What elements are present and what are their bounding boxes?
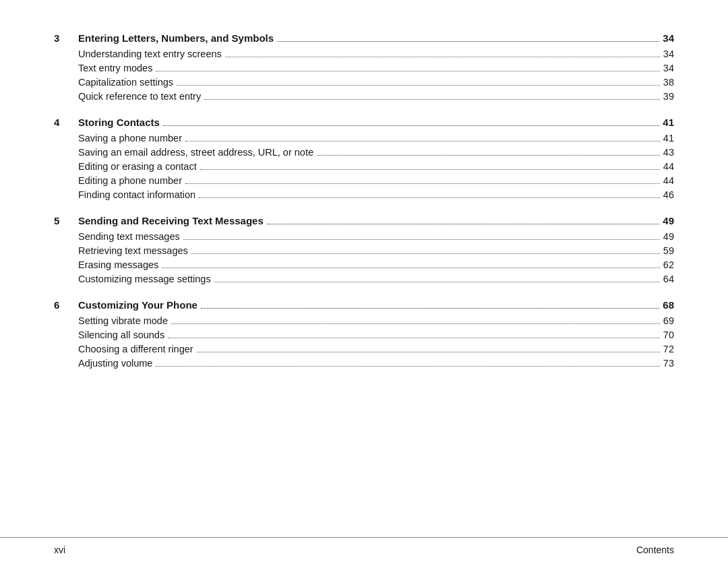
chapter-number: 5 (54, 215, 78, 226)
toc-sub-item: Erasing messages62 (78, 259, 674, 270)
sub-item-page: 34 (663, 49, 674, 59)
toc-chapter-row: 6Customizing Your Phone68 (54, 299, 674, 311)
sub-dots-leader (162, 268, 660, 268)
sub-item-page: 38 (663, 77, 674, 88)
chapter-number: 3 (54, 32, 78, 44)
sub-item-page: 41 (663, 133, 674, 144)
toc-chapter-row: 5Sending and Receiving Text Messages49 (54, 215, 674, 226)
sub-dots-leader (177, 85, 660, 86)
toc-sub-item: Saving an email address, street address,… (78, 147, 674, 158)
toc-sub-items: Saving a phone number41Saving an email a… (54, 133, 674, 200)
sub-item-title: Erasing messages (78, 259, 158, 270)
sub-item-page: 69 (663, 315, 674, 326)
sub-item-page: 70 (663, 330, 674, 340)
sub-item-page: 72 (663, 344, 674, 354)
footer-label: Contents (636, 544, 674, 555)
page-footer: xvi Contents (0, 537, 728, 562)
chapter-title-row: Storing Contacts41 (78, 117, 674, 128)
sub-item-title: Setting vibrate mode (78, 315, 168, 326)
sub-item-page: 62 (663, 259, 674, 270)
chapter-title: Storing Contacts (78, 117, 160, 128)
sub-dots-leader (156, 366, 659, 367)
page-content: 3Entering Letters, Numbers, and Symbols3… (0, 0, 728, 537)
toc-chapter-row: 4Storing Contacts41 (54, 117, 674, 128)
chapter-page: 49 (663, 215, 674, 226)
toc-section: 5Sending and Receiving Text Messages49Se… (54, 215, 674, 284)
sub-dots-leader (185, 141, 660, 142)
sub-item-page: 59 (663, 245, 674, 256)
toc-sub-item: Customizing message settings64 (78, 274, 674, 284)
sub-item-title: Capitalization settings (78, 77, 173, 88)
sub-item-page: 39 (663, 91, 674, 102)
sub-dots-leader (200, 169, 660, 170)
sub-item-title: Editing a phone number (78, 175, 182, 186)
chapter-page: 68 (663, 299, 674, 311)
sub-item-title: Saving a phone number (78, 133, 182, 144)
sub-dots-leader (199, 197, 660, 198)
sub-item-page: 44 (663, 175, 674, 186)
sub-item-page: 43 (663, 147, 674, 158)
toc-sub-item: Adjusting volume73 (78, 358, 674, 369)
toc-sub-item: Finding contact information46 (78, 189, 674, 200)
sub-dots-leader (225, 57, 660, 57)
sub-dots-leader (156, 71, 659, 71)
sub-item-title: Retrieving text messages (78, 245, 188, 256)
toc-sub-item: Saving a phone number41 (78, 133, 674, 144)
sub-dots-leader (197, 352, 660, 352)
toc-section: 4Storing Contacts41Saving a phone number… (54, 117, 674, 200)
sub-dots-leader (183, 239, 660, 240)
chapter-title: Sending and Receiving Text Messages (78, 215, 264, 226)
chapter-title-row: Customizing Your Phone68 (78, 299, 674, 311)
chapter-title: Customizing Your Phone (78, 299, 198, 311)
toc-sub-item: Retrieving text messages59 (78, 245, 674, 256)
chapter-title-row: Sending and Receiving Text Messages49 (78, 215, 674, 226)
sub-dots-leader (204, 99, 660, 100)
toc-sub-item: Editing a phone number44 (78, 175, 674, 186)
chapter-page: 41 (663, 117, 674, 128)
toc-sub-item: Silencing all sounds70 (78, 330, 674, 340)
toc-sub-item: Sending text messages49 (78, 231, 674, 242)
toc-sub-items: Sending text messages49Retrieving text m… (54, 231, 674, 284)
sub-item-title: Finding contact information (78, 189, 195, 200)
chapter-number: 6 (54, 299, 78, 311)
toc-sub-item: Editing or erasing a contact44 (78, 161, 674, 172)
sub-item-title: Silencing all sounds (78, 330, 164, 340)
dots-leader (277, 41, 659, 42)
toc-sub-item: Understanding text entry screens34 (78, 49, 674, 59)
toc-section: 6Customizing Your Phone68Setting vibrate… (54, 299, 674, 369)
toc-sub-item: Text entry modes34 (78, 63, 674, 73)
sub-item-title: Adjusting volume (78, 358, 152, 369)
sub-item-page: 34 (663, 63, 674, 73)
dots-leader (163, 125, 659, 126)
toc-sub-items: Understanding text entry screens34Text e… (54, 49, 674, 102)
toc-section: 3Entering Letters, Numbers, and Symbols3… (54, 32, 674, 102)
sub-dots-leader (171, 323, 660, 324)
sub-dots-leader (317, 155, 660, 156)
sub-item-page: 49 (663, 231, 674, 242)
sub-item-title: Understanding text entry screens (78, 49, 222, 59)
toc-sub-item: Choosing a different ringer72 (78, 344, 674, 354)
sub-dots-leader (214, 282, 660, 282)
toc-sub-items: Setting vibrate mode69Silencing all soun… (54, 315, 674, 369)
toc-sub-item: Capitalization settings38 (78, 77, 674, 88)
footer-page-num: xvi (54, 544, 65, 555)
sub-dots-leader (191, 253, 660, 254)
sub-item-title: Choosing a different ringer (78, 344, 193, 354)
sub-dots-leader (185, 183, 660, 184)
sub-item-page: 44 (663, 161, 674, 172)
sub-item-title: Quick reference to text entry (78, 91, 201, 102)
dots-leader (267, 224, 660, 224)
sub-item-title: Editing or erasing a contact (78, 161, 197, 172)
dots-leader (201, 308, 659, 309)
chapter-page: 34 (663, 32, 674, 44)
sub-item-page: 46 (663, 189, 674, 200)
sub-item-title: Saving an email address, street address,… (78, 147, 313, 158)
sub-item-page: 73 (663, 358, 674, 369)
sub-item-page: 64 (663, 274, 674, 284)
sub-item-title: Sending text messages (78, 231, 180, 242)
toc-sub-item: Setting vibrate mode69 (78, 315, 674, 326)
chapter-title-row: Entering Letters, Numbers, and Symbols34 (78, 32, 674, 44)
sub-dots-leader (168, 338, 660, 338)
chapter-title: Entering Letters, Numbers, and Symbols (78, 32, 274, 44)
sub-item-title: Customizing message settings (78, 274, 211, 284)
